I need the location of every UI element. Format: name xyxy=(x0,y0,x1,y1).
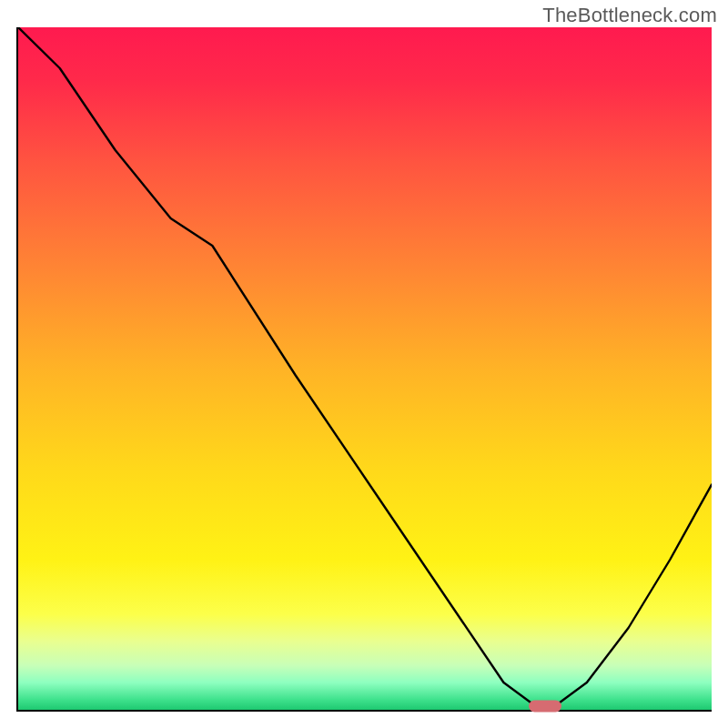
svg-rect-0 xyxy=(18,27,712,710)
gradient-background xyxy=(18,27,712,710)
plot-area xyxy=(16,27,712,712)
optimal-marker xyxy=(529,700,561,712)
chart-container: TheBottleneck.com xyxy=(0,0,728,728)
watermark-text: TheBottleneck.com xyxy=(542,4,717,27)
